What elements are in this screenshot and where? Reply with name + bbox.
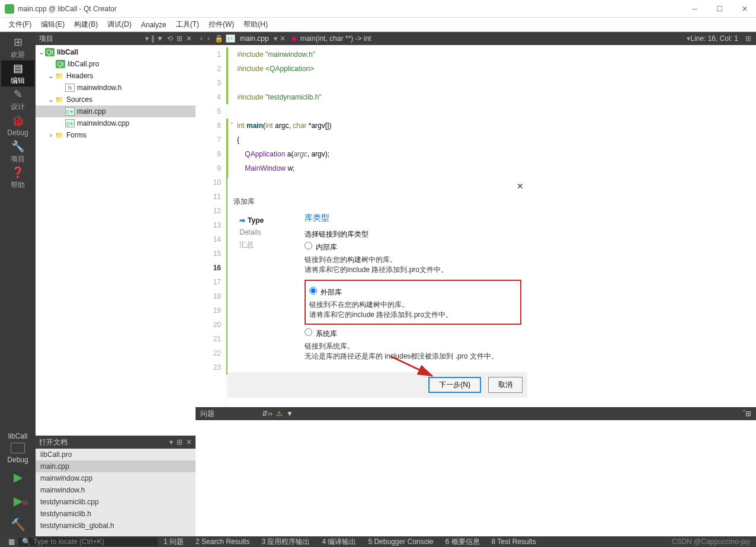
- search-icon: 🔍: [22, 538, 31, 546]
- line-gutter: 1234567891011121314151617181920212223: [196, 45, 226, 407]
- editor-split-icon[interactable]: ⊞: [745, 34, 751, 43]
- minimize-button[interactable]: ─: [688, 5, 701, 13]
- step-type: ➡Type: [239, 216, 305, 225]
- tree-source-mainwindow[interactable]: c+mainwindow.cpp: [36, 117, 196, 129]
- project-tree[interactable]: ⌄QtlibCall QtlibCall.pro ⌄📁Headers hmain…: [36, 45, 196, 436]
- kit-selector[interactable]: libCall Debug: [2, 431, 33, 465]
- toggle-sidebar-icon[interactable]: ▦: [8, 538, 15, 546]
- tab-dropdown-icon[interactable]: ▾: [274, 34, 277, 43]
- run-button[interactable]: ▶: [14, 470, 23, 484]
- lock-icon[interactable]: 🔒: [214, 34, 223, 43]
- arrow-right-icon: ➡: [239, 216, 245, 225]
- nav-fwd-icon[interactable]: ›: [207, 34, 210, 43]
- desc-external: 链接到不在您的构建树中的库。请将库和它的include 路径添加到.pro文件中…: [309, 300, 517, 320]
- tree-sources[interactable]: ⌄📁Sources: [36, 94, 196, 105]
- opendocs-split-icon[interactable]: ⊞: [177, 438, 182, 446]
- issues-filter-icon[interactable]: ▼: [286, 410, 293, 418]
- tree-header-file[interactable]: hmainwindow.h: [36, 82, 196, 94]
- cursor-position: Line: 16, Col: 1: [690, 34, 738, 43]
- open-doc-item[interactable]: libCall.pro: [36, 449, 196, 460]
- menu-build[interactable]: 构建(B): [69, 18, 102, 31]
- app-logo-icon: [5, 4, 14, 14]
- step-details: Details: [239, 228, 305, 236]
- menu-debug[interactable]: 调试(D): [102, 18, 136, 31]
- tree-root[interactable]: ⌄QtlibCall: [36, 46, 196, 58]
- issues-tree-icon[interactable]: ⇵: [262, 410, 268, 418]
- editor-tab-name[interactable]: main.cpp: [240, 34, 269, 43]
- tree-source-main[interactable]: c+main.cpp: [36, 105, 196, 117]
- menu-tools[interactable]: 工具(T): [171, 18, 204, 31]
- status-compile[interactable]: 4 编译输出: [316, 537, 362, 547]
- title-bar: main.cpp @ libCall - Qt Creator ─ ☐ ✕: [0, 0, 756, 18]
- status-search[interactable]: 2 Search Results: [190, 538, 255, 546]
- status-appout[interactable]: 3 应用程序输出: [255, 537, 316, 547]
- option-external[interactable]: 外部库: [309, 287, 517, 298]
- maximize-button[interactable]: ☐: [713, 5, 726, 13]
- symbol-crumb[interactable]: main(int, char **) -> int: [300, 34, 371, 43]
- tree-headers[interactable]: ⌄📁Headers: [36, 70, 196, 82]
- menu-help[interactable]: 帮助(H): [239, 18, 273, 31]
- cancel-button[interactable]: 取消: [488, 377, 523, 393]
- panel-close-icon[interactable]: ✕: [186, 34, 192, 43]
- nav-back-icon[interactable]: ‹: [200, 34, 203, 43]
- tree-pro-file[interactable]: QtlibCall.pro: [36, 58, 196, 70]
- issues-title: 问题: [200, 409, 214, 419]
- issues-bar: 问题 ⇵ ‹ › ⚠ ▼ ˆ ⊞: [196, 407, 756, 420]
- opendocs-close-icon[interactable]: ✕: [186, 438, 192, 446]
- next-button[interactable]: 下一步(N): [428, 377, 481, 393]
- status-issues[interactable]: 1 问题: [158, 537, 190, 547]
- radio-internal[interactable]: [305, 242, 312, 249]
- dialog-title: 添加库: [228, 194, 527, 209]
- radio-external[interactable]: [309, 287, 317, 295]
- mode-welcome[interactable]: ⊞欢迎: [1, 34, 34, 60]
- build-button[interactable]: 🔨: [11, 517, 25, 532]
- open-docs-header: 打开文档 ▾ ⊞ ✕: [36, 436, 196, 449]
- status-general[interactable]: 6 概要信息: [440, 537, 486, 547]
- mode-design[interactable]: ✎设计: [1, 87, 34, 113]
- open-doc-item[interactable]: mainwindow.h: [36, 484, 196, 496]
- tab-close-icon[interactable]: ✕: [280, 34, 286, 43]
- split-icon[interactable]: ⊞: [177, 34, 182, 43]
- mode-debug[interactable]: 🐞Debug: [1, 113, 34, 139]
- modified-icon: ◆: [291, 34, 297, 43]
- open-doc-item[interactable]: testdynamiclib.h: [36, 508, 196, 520]
- open-doc-item[interactable]: testdynamiclib_global.h: [36, 520, 196, 532]
- warning-icon[interactable]: ⚠: [276, 410, 283, 418]
- desc-system: 链接到系统库。无论是库的路径还是库的 includes都没被添加到 .pro 文…: [305, 341, 521, 362]
- status-bar: ▦ 🔍 Type to locate (Ctrl+K) 1 问题 2 Searc…: [0, 536, 756, 547]
- dialog-heading: 库类型: [305, 213, 521, 223]
- close-button[interactable]: ✕: [738, 5, 751, 13]
- issues-pane: [196, 420, 756, 536]
- opendocs-dropdown-icon[interactable]: ▾: [169, 438, 173, 446]
- open-doc-item[interactable]: main.cpp: [36, 460, 196, 472]
- mode-project[interactable]: 🔧项目: [1, 139, 34, 165]
- menu-bar: 文件(F) 编辑(E) 构建(B) 调试(D) Analyze 工具(T) 控件…: [0, 18, 756, 32]
- highlighted-option-box: 外部库 链接到不在您的构建树中的库。请将库和它的include 路径添加到.pr…: [305, 280, 521, 325]
- add-library-dialog: ✕ 添加库 ➡Type Details 汇总 库类型 选择链接到的库类型 内部库…: [228, 178, 527, 398]
- option-system[interactable]: 系统库: [305, 328, 521, 339]
- window-title: main.cpp @ libCall - Qt Creator: [18, 5, 688, 13]
- open-doc-item[interactable]: mainwindow.cpp: [36, 472, 196, 484]
- dialog-close-icon[interactable]: ✕: [517, 181, 524, 191]
- option-internal[interactable]: 内部库: [305, 242, 521, 252]
- link-icon[interactable]: ⟲: [167, 34, 173, 43]
- monitor-icon: [11, 443, 25, 453]
- menu-widgets[interactable]: 控件(W): [204, 18, 239, 31]
- open-doc-item[interactable]: testdynamiclib.cpp: [36, 496, 196, 508]
- issues-split-icon[interactable]: ⊞: [745, 410, 751, 418]
- menu-analyze[interactable]: Analyze: [136, 20, 171, 30]
- status-test[interactable]: 8 Test Results: [486, 538, 542, 546]
- mode-edit[interactable]: ▤编辑: [1, 60, 34, 87]
- file-type-icon: c+: [226, 34, 235, 43]
- run-debug-button[interactable]: ▶🐞: [14, 494, 23, 508]
- menu-edit[interactable]: 编辑(E): [36, 18, 69, 31]
- locator-input[interactable]: 🔍 Type to locate (Ctrl+K): [18, 538, 158, 546]
- issues-next-icon[interactable]: ›: [270, 410, 273, 418]
- mode-help[interactable]: ❓帮助: [1, 165, 34, 191]
- filter-icon[interactable]: ▾ ‖ ▼: [145, 34, 164, 43]
- menu-file[interactable]: 文件(F): [4, 18, 36, 31]
- tree-forms[interactable]: ›📁Forms: [36, 129, 196, 141]
- radio-system[interactable]: [305, 328, 312, 336]
- project-panel-title: 项目: [39, 34, 53, 44]
- status-debugger[interactable]: 5 Debugger Console: [362, 538, 439, 546]
